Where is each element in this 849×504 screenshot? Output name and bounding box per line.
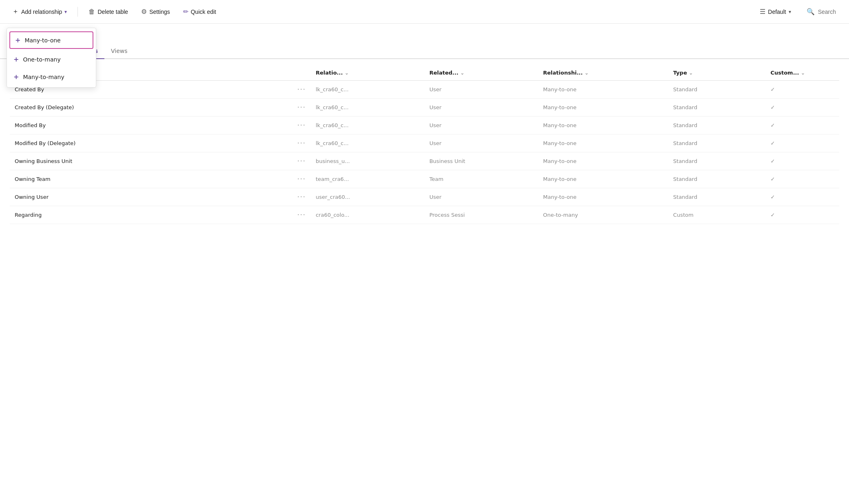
cell-type: Standard xyxy=(668,116,766,134)
add-relationship-dropdown: ＋ Add relationship ▾ + Many-to-one + One… xyxy=(7,4,73,19)
cell-display-name: Created By (Delegate) xyxy=(10,98,292,116)
cell-type: Standard xyxy=(668,98,766,116)
cell-related: Team xyxy=(424,170,538,188)
cell-row-actions[interactable]: ··· xyxy=(292,206,311,224)
dropdown-item-many-to-one[interactable]: + Many-to-one xyxy=(9,31,93,49)
cell-type: Standard xyxy=(668,188,766,206)
cell-row-actions[interactable]: ··· xyxy=(292,152,311,170)
cell-related: Process Sessi xyxy=(424,206,538,224)
toolbar-divider-1 xyxy=(77,7,78,17)
quick-edit-button[interactable]: ✏ Quick edit xyxy=(177,4,222,19)
table-row[interactable]: Created By (Delegate) ··· lk_cra60_c... … xyxy=(10,98,839,116)
cell-related: Business Unit xyxy=(424,152,538,170)
col-header-related[interactable]: Related... ⌄ xyxy=(424,66,538,80)
cell-relationship-name: business_u... xyxy=(311,152,424,170)
cell-display-name: Owning Business Unit xyxy=(10,152,292,170)
search-label: Search xyxy=(818,9,836,15)
table-row[interactable]: Owning User ··· user_cra60... User Many-… xyxy=(10,188,839,206)
cell-related: User xyxy=(424,116,538,134)
chevron-type: ⌄ xyxy=(689,70,693,76)
col-header-relationship-type[interactable]: Relationshi... ⌄ xyxy=(538,66,668,80)
cell-related: User xyxy=(424,134,538,152)
add-relationship-label: Add relationship xyxy=(21,9,62,15)
tabs: Columns Relationships Views xyxy=(0,44,849,59)
cell-row-actions[interactable]: ··· xyxy=(292,134,311,152)
chevron-down-icon: ▾ xyxy=(64,9,67,15)
cell-custom: ✓ xyxy=(765,206,839,224)
cell-custom: ✓ xyxy=(765,188,839,206)
cell-relationship-type: Many-to-one xyxy=(538,134,668,152)
delete-table-button[interactable]: 🗑 Delete table xyxy=(83,5,134,19)
cell-display-name: Modified By (Delegate) xyxy=(10,134,292,152)
dropdown-item-many-to-many[interactable]: + Many-to-many xyxy=(7,68,96,86)
delete-table-label: Delete table xyxy=(97,9,128,15)
cell-row-actions[interactable]: ··· xyxy=(292,80,311,98)
default-label: Default xyxy=(768,9,786,15)
chevron-reltype: ⌄ xyxy=(585,70,589,76)
cell-relationship-name: lk_cra60_c... xyxy=(311,98,424,116)
table-row[interactable]: Modified By (Delegate) ··· lk_cra60_c...… xyxy=(10,134,839,152)
gear-icon: ⚙ xyxy=(141,8,147,15)
plus-icon-many-to-one: + xyxy=(15,36,20,44)
dropdown-label-one-to-many: One-to-many xyxy=(23,56,60,63)
tab-views[interactable]: Views xyxy=(104,44,134,59)
cell-row-actions[interactable]: ··· xyxy=(292,188,311,206)
chevron-relation: ⌄ xyxy=(345,70,349,76)
chevron-down-default-icon: ▾ xyxy=(789,9,791,15)
pencil-icon: ✏ xyxy=(183,8,188,15)
breadcrumb: ... › Color xyxy=(0,24,849,40)
table-row[interactable]: Regarding ··· cra60_colo... Process Sess… xyxy=(10,206,839,224)
col-header-relationship-name[interactable]: Relatio... ⌄ xyxy=(311,66,424,80)
toolbar-right: ☰ Default ▾ 🔍 Search xyxy=(754,4,842,19)
search-button[interactable]: 🔍 Search xyxy=(800,4,842,19)
toolbar: ＋ Add relationship ▾ + Many-to-one + One… xyxy=(0,0,849,24)
cell-row-actions[interactable]: ··· xyxy=(292,98,311,116)
cell-row-actions[interactable]: ··· xyxy=(292,170,311,188)
trash-icon: 🗑 xyxy=(88,8,95,15)
cell-relationship-type: One-to-many xyxy=(538,206,668,224)
plus-icon: ＋ xyxy=(12,7,19,16)
cell-relationship-name: cra60_colo... xyxy=(311,206,424,224)
relationships-table-area: Display name ↑ ⌄ Relatio... ⌄ Related...… xyxy=(0,59,849,231)
cell-type: Standard xyxy=(668,80,766,98)
chevron-custom: ⌄ xyxy=(801,70,805,76)
cell-relationship-name: lk_cra60_c... xyxy=(311,80,424,98)
settings-button[interactable]: ⚙ Settings xyxy=(135,4,176,19)
cell-custom: ✓ xyxy=(765,152,839,170)
cell-relationship-name: team_cra6... xyxy=(311,170,424,188)
cell-custom: ✓ xyxy=(765,116,839,134)
cell-relationship-type: Many-to-one xyxy=(538,170,668,188)
search-icon: 🔍 xyxy=(807,8,815,15)
table-row[interactable]: Owning Business Unit ··· business_u... B… xyxy=(10,152,839,170)
cell-display-name: Owning User xyxy=(10,188,292,206)
cell-display-name: Owning Team xyxy=(10,170,292,188)
cell-relationship-type: Many-to-one xyxy=(538,98,668,116)
cell-custom: ✓ xyxy=(765,98,839,116)
add-relationship-button[interactable]: ＋ Add relationship ▾ xyxy=(7,4,73,19)
cell-type: Standard xyxy=(668,152,766,170)
cell-display-name: Regarding xyxy=(10,206,292,224)
dropdown-item-one-to-many[interactable]: + One-to-many xyxy=(7,51,96,68)
plus-icon-one-to-many: + xyxy=(13,55,19,63)
tab-views-label: Views xyxy=(111,48,128,54)
cell-relationship-name: lk_cra60_c... xyxy=(311,116,424,134)
table-row[interactable]: Created By ··· lk_cra60_c... User Many-t… xyxy=(10,80,839,98)
cell-custom: ✓ xyxy=(765,170,839,188)
cell-type: Standard xyxy=(668,170,766,188)
table-row[interactable]: Modified By ··· lk_cra60_c... User Many-… xyxy=(10,116,839,134)
cell-relationship-type: Many-to-one xyxy=(538,80,668,98)
cell-row-actions[interactable]: ··· xyxy=(292,116,311,134)
dropdown-label-many-to-one: Many-to-one xyxy=(24,37,60,44)
col-header-type[interactable]: Type ⌄ xyxy=(668,66,766,80)
relationship-dropdown-menu: + Many-to-one + One-to-many + Many-to-ma… xyxy=(7,28,96,88)
cell-related: User xyxy=(424,188,538,206)
relationships-table: Display name ↑ ⌄ Relatio... ⌄ Related...… xyxy=(10,66,839,224)
cell-relationship-type: Many-to-one xyxy=(538,188,668,206)
default-button[interactable]: ☰ Default ▾ xyxy=(754,4,796,19)
col-header-custom[interactable]: Custom... ⌄ xyxy=(765,66,839,80)
quick-edit-label: Quick edit xyxy=(191,9,216,15)
cell-related: User xyxy=(424,98,538,116)
cell-relationship-name: user_cra60... xyxy=(311,188,424,206)
dropdown-label-many-to-many: Many-to-many xyxy=(23,74,64,80)
table-row[interactable]: Owning Team ··· team_cra6... Team Many-t… xyxy=(10,170,839,188)
